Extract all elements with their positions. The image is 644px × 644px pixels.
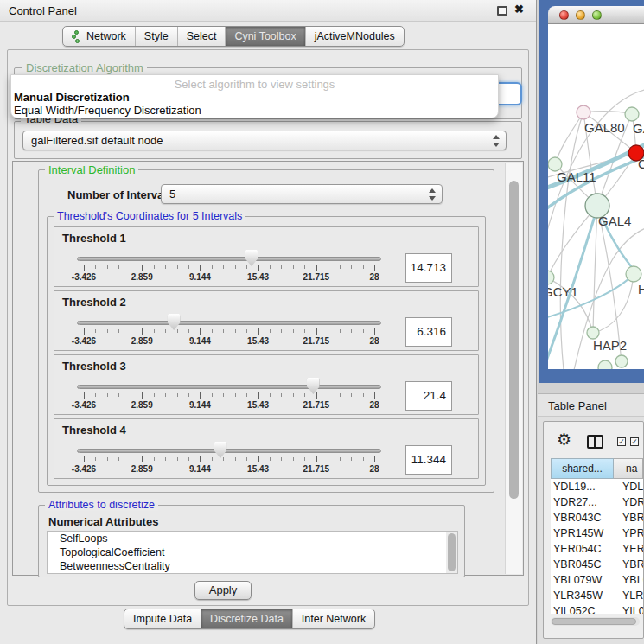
tab-cyni-toolbox[interactable]: Cyni Toolbox <box>225 27 304 46</box>
threshold-slider[interactable]: -3.4262.8599.14415.4321.71528 <box>77 443 381 476</box>
column-header-shared[interactable]: shared... <box>551 458 614 479</box>
slider-tick-label: 15.43 <box>247 336 269 346</box>
table-row[interactable]: YBL079WYBL0 <box>551 572 643 588</box>
cell-shared-name: YER054C <box>551 541 614 557</box>
table-data-select[interactable]: galFiltered.sif default node <box>22 131 507 150</box>
right-mid-node[interactable] <box>626 266 641 282</box>
zoom-window-icon[interactable] <box>592 10 602 20</box>
tab-impute-data[interactable]: Impute Data <box>124 609 201 628</box>
slider-major-tick <box>200 456 201 462</box>
column-view-icon[interactable] <box>587 435 603 449</box>
top-right-node[interactable] <box>625 107 639 121</box>
gray-edge[interactable] <box>593 206 597 333</box>
cell-shared-name: YDR27... <box>551 494 614 510</box>
slider-major-tick <box>200 265 201 271</box>
dropdown-option-equal-width-frequency-discretization[interactable]: Equal Width/Frequency Discretization <box>14 104 201 117</box>
network-window-titlebar[interactable] <box>548 6 644 24</box>
numerical-attributes-label: Numerical Attributes <box>48 515 158 528</box>
number-of-intervals-select[interactable]: 5 <box>161 184 443 204</box>
table-horizontal-scrollbar[interactable] <box>551 617 640 626</box>
number-of-intervals-value: 5 <box>169 188 175 201</box>
threshold-panel: Threshold 3 -3.4262.8599.14415.4321.7152… <box>54 354 479 415</box>
table-row[interactable]: YDL19...YDL1 <box>551 479 643 494</box>
panel-title: Control Panel <box>9 4 77 17</box>
attribute-items: SelfLoopsTopologicalCoefficientBetweenne… <box>48 532 457 573</box>
scrollbar-thumb[interactable] <box>448 533 456 571</box>
attributes-group-title: Attributes to discretize <box>45 499 158 511</box>
table-row[interactable]: YLR345WYLR3 <box>551 588 643 603</box>
threshold-slider[interactable]: -3.4262.8599.14415.4321.71528 <box>77 252 381 284</box>
slider-major-tick <box>258 456 259 462</box>
table-row[interactable]: YDR27...YDR2 <box>551 494 643 510</box>
float-panel-icon[interactable] <box>497 6 507 16</box>
tab-infer-network[interactable]: Infer Network <box>292 609 374 628</box>
slider-handle[interactable] <box>168 314 181 330</box>
gal80-node[interactable] <box>577 105 590 119</box>
slider-major-tick <box>200 328 201 335</box>
close-window-icon[interactable] <box>559 10 569 20</box>
gear-icon[interactable] <box>557 430 571 450</box>
node-label-c: C <box>638 156 644 171</box>
slider-minor-ticks <box>84 329 374 333</box>
table-row[interactable]: YPR145WYPR1 <box>551 526 643 541</box>
threshold-slider[interactable]: -3.4262.8599.14415.4321.71528 <box>77 379 381 412</box>
tab-network[interactable]: Network <box>63 27 135 46</box>
attribute-item-selfloops[interactable]: SelfLoops <box>48 532 457 545</box>
slider-tick-label: 28 <box>369 464 379 474</box>
gray-edge[interactable] <box>593 274 634 333</box>
bottom-center-node[interactable] <box>598 360 612 369</box>
slider-major-tick <box>374 328 375 335</box>
scrollbar-thumb[interactable] <box>552 618 636 625</box>
slider-major-tick <box>374 392 375 399</box>
gcy1-node[interactable] <box>548 271 554 284</box>
cell-shared-name: YBR043C <box>551 510 614 526</box>
close-panel-icon[interactable] <box>514 3 528 18</box>
checkbox-icon[interactable] <box>617 437 626 446</box>
top-tab-bar: NetworkStyleSelectCyni ToolboxjActiveMNo… <box>62 26 405 47</box>
slider-major-tick <box>316 328 317 335</box>
slider-tick-label: 2.859 <box>131 400 153 410</box>
table-row[interactable]: YER054CYER0 <box>551 541 643 557</box>
network-view-window: GAL80GACGAL11GAL4GCY1HHAP2 <box>539 0 644 383</box>
table-row[interactable]: YBR043CYBR0 <box>551 510 643 526</box>
tab-style[interactable]: Style <box>135 27 177 46</box>
slider-tick-label: 9.144 <box>189 272 211 282</box>
gray-edge[interactable] <box>560 112 583 369</box>
tab-jactivemnodules[interactable]: jActiveMNodules <box>305 27 404 46</box>
slider-handle[interactable] <box>214 442 226 458</box>
slider-handle[interactable] <box>307 378 320 394</box>
bottom-right-node[interactable] <box>615 355 628 367</box>
table-row[interactable]: YIL052CYIL0 <box>551 603 643 614</box>
network-canvas[interactable]: GAL80GACGAL11GAL4GCY1HHAP2 <box>548 24 644 369</box>
apply-button[interactable]: Apply <box>194 581 252 600</box>
slider-handle[interactable] <box>245 250 258 266</box>
interval-definition-group-title: Interval Definition <box>45 163 138 176</box>
attribute-item-topologicalcoefficient[interactable]: TopologicalCoefficient <box>48 545 457 559</box>
gray-edge[interactable] <box>548 206 597 277</box>
control-panel-header: Control Panel <box>0 0 536 22</box>
cell-shared-name: YLR345W <box>551 588 614 603</box>
threshold-slider[interactable]: -3.4262.8599.14415.4321.71528 <box>77 316 381 348</box>
hap2-node[interactable] <box>587 327 599 339</box>
numerical-attributes-list[interactable]: SelfLoopsTopologicalCoefficientBetweenne… <box>47 531 458 574</box>
tab-select[interactable]: Select <box>177 27 226 46</box>
slider-tick-label: 28 <box>369 336 379 346</box>
threshold-value-field[interactable]: 21.4 <box>405 381 452 411</box>
dropdown-option-manual-discretization[interactable]: Manual Discretization <box>14 91 130 104</box>
attributes-scrollbar[interactable] <box>446 532 457 573</box>
settings-vertical-scrollbar[interactable] <box>505 163 522 574</box>
threshold-value-field[interactable]: 14.713 <box>405 253 452 283</box>
threshold-value-field[interactable]: 11.344 <box>405 445 452 475</box>
slider-major-tick <box>84 265 85 271</box>
threshold-value-field[interactable]: 6.316 <box>405 317 452 347</box>
right-pane: GAL80GACGAL11GAL4GCY1HHAP2 Table Panel s… <box>538 0 644 644</box>
table-row[interactable]: YBR045CYBR0 <box>551 557 643 572</box>
attribute-item-betweennesscentrality[interactable]: BetweennessCentrality <box>48 559 457 573</box>
cell-name: YDL1 <box>614 479 643 494</box>
column-header-name[interactable]: na <box>614 458 643 479</box>
scrollbar-thumb[interactable] <box>509 181 519 499</box>
minimize-window-icon[interactable] <box>576 10 585 20</box>
checkbox-icon[interactable] <box>630 437 639 446</box>
gray-edge[interactable] <box>555 112 583 164</box>
tab-discretize-data[interactable]: Discretize Data <box>201 609 292 628</box>
